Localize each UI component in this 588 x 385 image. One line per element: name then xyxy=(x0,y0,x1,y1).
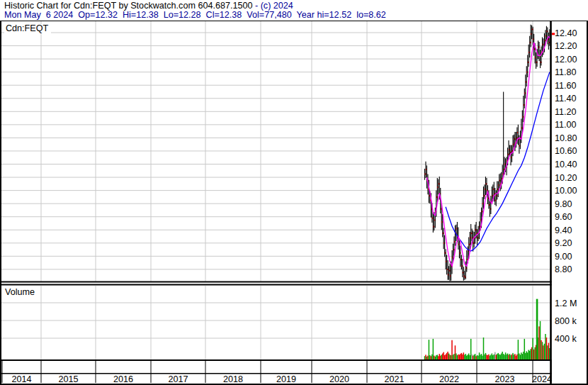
volume-axis-label: 1.2 M xyxy=(555,298,577,308)
chart-title-line: Historic Chart for Cdn:FEQT by Stockwatc… xyxy=(4,1,293,11)
ma-long-line xyxy=(446,72,550,251)
price-axis-label: 9.20 xyxy=(555,238,572,248)
price-axis-label: 12.20 xyxy=(555,41,577,51)
year-axis-label: 2016 xyxy=(113,374,133,384)
price-axis-label: 11.20 xyxy=(555,107,577,117)
price-axis-label: 9.80 xyxy=(555,199,572,209)
price-axis-label: 9.60 xyxy=(555,212,572,222)
gridlines xyxy=(1,21,551,360)
price-axis-label: 8.80 xyxy=(555,264,572,274)
price-axis-label: 12.00 xyxy=(555,55,577,65)
year-axis-label: 2018 xyxy=(223,374,243,384)
price-axis-label: 10.80 xyxy=(555,133,577,143)
year-axis-label: 2021 xyxy=(384,374,404,384)
year-axis-labels: 2014201520162017201820192020202120222023… xyxy=(11,374,552,384)
quote-summary-line: Mon May 6 2024 Op=12.32 Hi=12.38 Lo=12.2… xyxy=(4,10,386,20)
year-axis-label: 2024 xyxy=(532,374,552,384)
price-axis-label: 10.40 xyxy=(555,160,577,169)
chart-titlebar: Historic Chart for Cdn:FEQT by Stockwatc… xyxy=(0,0,588,21)
volume-series xyxy=(424,299,550,359)
volume-axis-label: 800 k xyxy=(555,316,577,326)
price-axis-label: 11.00 xyxy=(555,120,577,130)
historic-chart-canvas: 12.4012.2012.0011.8011.6011.4011.2011.00… xyxy=(0,0,588,385)
price-axis-label: 9.40 xyxy=(555,225,572,235)
year-axis-label: 2014 xyxy=(11,374,31,384)
price-axis-label: 11.60 xyxy=(555,81,577,91)
price-axis-labels: 12.4012.2012.0011.8011.6011.4011.2011.00… xyxy=(555,28,577,275)
chart-borders xyxy=(0,1,588,384)
volume-axis-label: 400 k xyxy=(555,334,577,344)
year-axis-label: 2019 xyxy=(276,374,296,384)
price-axis-label: 12.40 xyxy=(555,28,577,38)
year-axis-label: 2015 xyxy=(58,374,78,384)
price-axis-label: 10.20 xyxy=(555,173,577,183)
chart-title: Historic Chart for Cdn:FEQT by Stockwatc… xyxy=(4,1,252,11)
chart-copyright: - (c) 2024 xyxy=(252,1,293,11)
price-axis-label: 10.00 xyxy=(555,186,577,196)
year-axis-label: 2022 xyxy=(439,374,459,384)
symbol-label: Cdn:FEQT xyxy=(4,24,51,34)
historic-chart-window: Historic Chart for Cdn:FEQT by Stockwatc… xyxy=(0,0,588,385)
year-axis-label: 2017 xyxy=(168,374,188,384)
year-axis-label: 2020 xyxy=(329,374,349,384)
last-price-tick xyxy=(552,33,555,35)
price-axis-label: 10.60 xyxy=(555,146,577,156)
volume-axis-labels: 1.2 M800 k400 k xyxy=(555,298,577,344)
price-axis-label: 9.00 xyxy=(555,252,572,262)
year-axis-label: 2023 xyxy=(494,374,514,384)
volume-pane-label: Volume xyxy=(4,288,38,298)
price-axis-label: 11.40 xyxy=(555,94,577,104)
price-axis-label: 11.80 xyxy=(555,67,577,77)
